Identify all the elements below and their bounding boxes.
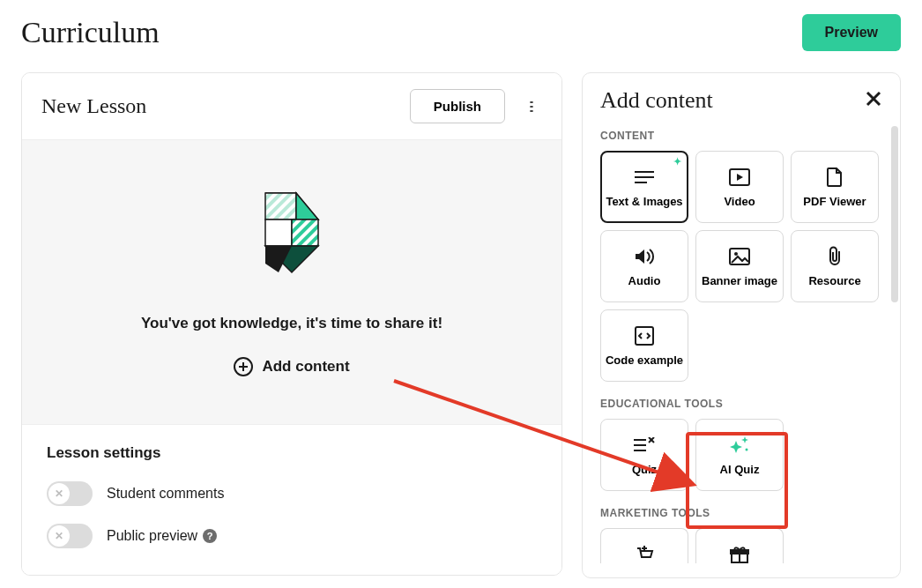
text-lines-icon <box>635 167 654 188</box>
tile-resource[interactable]: Resource <box>791 230 879 302</box>
cart-icon <box>635 546 654 563</box>
tile-label: PDF Viewer <box>803 195 866 208</box>
quiz-icon <box>634 435 655 456</box>
lesson-header: New Lesson Publish <box>22 73 561 139</box>
lesson-panel: New Lesson Publish <box>21 72 562 576</box>
close-button[interactable] <box>861 88 886 113</box>
lesson-illustration <box>248 184 336 290</box>
paperclip-icon <box>827 246 843 267</box>
lesson-settings: Lesson settings ✕ Student comments ✕ Pub… <box>22 425 561 575</box>
svg-rect-8 <box>292 220 318 246</box>
tile-label: AI Quiz <box>720 463 760 476</box>
tile-marketing-1[interactable] <box>600 528 688 563</box>
svg-point-27 <box>746 448 748 450</box>
lesson-title: New Lesson <box>41 94 146 118</box>
public-preview-label: Public preview <box>107 528 197 544</box>
scrollbar[interactable] <box>891 126 898 302</box>
tile-marketing-2[interactable] <box>695 528 784 563</box>
document-icon <box>827 167 843 188</box>
svg-marker-18 <box>636 249 644 264</box>
section-content-label: CONTENT <box>600 130 886 142</box>
tile-code-example[interactable]: Code example <box>600 309 688 382</box>
tile-audio[interactable]: Audio <box>600 230 688 302</box>
add-content-panel-title: Add content <box>600 87 713 114</box>
toggle-off-icon: ✕ <box>48 525 70 547</box>
sparkle-icon: ✦ <box>673 156 681 167</box>
setting-student-comments: ✕ Student comments <box>47 481 537 506</box>
add-content-panel: Add content CONTENT ✦ Text & Images <box>582 72 901 578</box>
sparkles-icon <box>727 435 752 456</box>
svg-point-20 <box>734 252 738 256</box>
marketing-tiles <box>600 528 886 563</box>
add-content-label: Add content <box>262 358 349 376</box>
section-educational-label: EDUCATIONAL TOOLS <box>600 398 886 410</box>
student-comments-toggle[interactable]: ✕ <box>47 481 93 506</box>
more-options-button[interactable] <box>521 96 542 117</box>
help-icon[interactable]: ? <box>203 529 217 543</box>
content-tiles: ✦ Text & Images Video PDF Vie <box>600 151 886 382</box>
section-marketing-label: MARKETING TOOLS <box>600 507 886 519</box>
image-icon <box>729 246 750 267</box>
tile-banner-image[interactable]: Banner image <box>695 230 784 302</box>
svg-rect-7 <box>265 220 292 246</box>
gift-icon <box>730 546 749 563</box>
video-icon <box>729 167 750 188</box>
publish-button[interactable]: Publish <box>410 89 505 123</box>
educational-tiles: Quiz AI Quiz <box>600 419 886 491</box>
add-content-button[interactable]: Add content <box>234 357 349 376</box>
toggle-off-icon: ✕ <box>48 483 70 504</box>
svg-marker-17 <box>737 174 743 181</box>
plus-circle-icon <box>234 357 253 376</box>
lesson-empty-state: You've got knowledge, it's time to share… <box>22 139 561 425</box>
preview-button[interactable]: Preview <box>802 14 901 51</box>
tile-quiz[interactable]: Quiz <box>600 419 688 491</box>
page-title: Curriculum <box>21 16 160 49</box>
student-comments-label: Student comments <box>107 486 224 502</box>
tile-label: Banner image <box>702 274 777 287</box>
tile-label: Text & Images <box>606 195 682 208</box>
code-icon <box>635 325 654 346</box>
tile-text-images[interactable]: ✦ Text & Images <box>600 151 688 223</box>
tile-ai-quiz[interactable]: AI Quiz <box>695 419 784 491</box>
public-preview-toggle[interactable]: ✕ <box>47 524 93 548</box>
page-header: Curriculum Preview <box>21 14 901 51</box>
setting-public-preview: ✕ Public preview ? <box>47 524 537 548</box>
svg-rect-5 <box>265 193 296 220</box>
tile-pdf-viewer[interactable]: PDF Viewer <box>791 151 879 223</box>
tile-label: Quiz <box>632 463 657 476</box>
tile-video[interactable]: Video <box>695 151 784 223</box>
tile-label: Resource <box>808 274 860 287</box>
tile-label: Code example <box>606 354 683 367</box>
settings-title: Lesson settings <box>47 444 537 462</box>
tile-label: Audio <box>628 274 661 287</box>
tile-label: Video <box>724 195 755 208</box>
svg-marker-6 <box>296 193 318 220</box>
audio-icon <box>634 246 655 267</box>
close-icon <box>866 91 881 107</box>
empty-state-message: You've got knowledge, it's time to share… <box>40 315 544 332</box>
